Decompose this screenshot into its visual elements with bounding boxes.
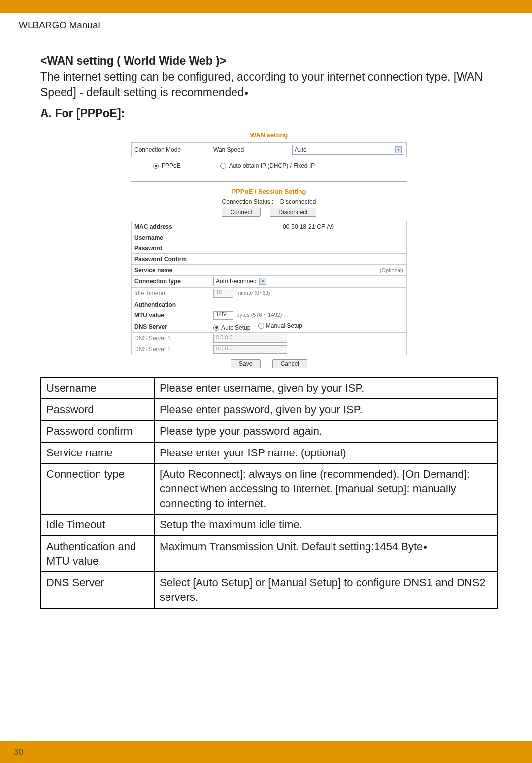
dhcp-radio[interactable]: Auto obtain IP (DHCP) / Fixed IP — [220, 162, 315, 169]
username-field[interactable] — [210, 232, 407, 243]
description-table: UsernamePlease enter username, given by … — [40, 377, 498, 609]
dns2-input[interactable]: 0.0.0.0 — [213, 345, 287, 354]
table-row: Idle TimeoutSetup the maximum idle time. — [41, 514, 497, 536]
mtu-input[interactable]: 1454 — [213, 311, 233, 320]
radio-icon — [258, 323, 264, 329]
router-ui-figure: WAN setting Connection Mode Wan Speed Au… — [131, 131, 407, 368]
period-dot — [245, 92, 248, 95]
table-row: Authentication and MTU valueMaximum Tran… — [41, 536, 497, 572]
connection-type-select[interactable]: Auto Reconnect▾ — [213, 277, 267, 286]
page-number: 30 — [14, 747, 23, 757]
dns2-label: DNS Server 2 — [132, 344, 210, 355]
service-name-label: Service name — [132, 265, 210, 276]
chevron-down-icon: ▾ — [395, 146, 402, 153]
subsection-a: A. For [PPPoE]: — [40, 107, 498, 120]
radio-icon — [153, 163, 159, 169]
mtu-label: MTU value — [132, 310, 210, 321]
disconnect-button[interactable]: Disconnect — [270, 208, 316, 217]
connection-status: Connection Status : Disconnected — [131, 198, 407, 205]
dns1-input[interactable]: 0.0.0.0 — [213, 334, 287, 343]
section-intro: The internet setting can be configured, … — [40, 69, 498, 100]
table-row: Connection type[Auto Reconnect]: always … — [41, 463, 497, 514]
service-name-field[interactable]: (Optional) — [210, 265, 407, 276]
password-label: Password — [132, 243, 210, 254]
idle-hint: minute (0~60) — [236, 290, 270, 296]
mac-label: MAC address — [132, 221, 210, 232]
dns-auto-radio[interactable]: Auto Setup — [213, 324, 250, 331]
mac-value: 00-50-18-21-CF-A9 — [210, 221, 407, 232]
dns-server-label: DNS Server — [132, 321, 210, 333]
session-title: PPPoE / Session Setting — [131, 188, 407, 195]
chevron-down-icon: ▾ — [259, 278, 266, 285]
radio-icon — [213, 325, 219, 331]
cancel-button[interactable]: Cancel — [272, 359, 307, 368]
dns-manual-radio[interactable]: Manual Setup — [258, 322, 302, 329]
wan-speed-select[interactable]: Auto▾ — [292, 145, 403, 155]
table-row: DNS ServerSelect [Auto Setup] or [Manual… — [41, 572, 497, 608]
conn-mode-label: Connection Mode — [134, 146, 213, 153]
table-row: PasswordPlease enter password, given by … — [41, 399, 497, 420]
top-stripe — [0, 0, 532, 13]
idle-timeout-input[interactable]: 10 — [213, 289, 233, 298]
table-row: UsernamePlease enter username, given by … — [41, 378, 497, 399]
settings-form-table: MAC address00-50-18-21-CF-A9 Username Pa… — [131, 221, 407, 355]
save-button[interactable]: Save — [231, 359, 261, 368]
authentication-field[interactable] — [210, 299, 407, 310]
pppoe-radio[interactable]: PPPoE — [153, 162, 181, 169]
idle-timeout-label: Idle Timeout — [132, 288, 210, 299]
password-field[interactable] — [210, 243, 407, 254]
connection-type-label: Connection type — [132, 276, 210, 288]
manual-title: WLBARGO Manual — [19, 20, 498, 31]
dns1-label: DNS Server 1 — [132, 332, 210, 344]
section-title: <WAN setting ( World Wide Web )> — [40, 54, 498, 68]
username-label: Username — [132, 232, 210, 243]
radio-icon — [220, 163, 226, 169]
mtu-hint: bytes (576 ~ 1492) — [236, 312, 282, 318]
connect-button[interactable]: Connect — [222, 208, 261, 217]
period-dot — [424, 546, 427, 549]
connection-mode-row: Connection Mode Wan Speed Auto▾ — [131, 142, 407, 157]
page-footer: 30 — [0, 741, 532, 763]
wan-setting-title: WAN setting — [131, 131, 407, 139]
table-row: Service namePlease enter your ISP name. … — [41, 442, 497, 464]
password-confirm-label: Password Confirm — [132, 254, 210, 265]
wan-speed-label: Wan Speed — [213, 146, 292, 153]
authentication-label: Authentication — [132, 299, 210, 310]
table-row: Password confirmPlease type your passwor… — [41, 420, 497, 442]
password-confirm-field[interactable] — [210, 254, 407, 265]
